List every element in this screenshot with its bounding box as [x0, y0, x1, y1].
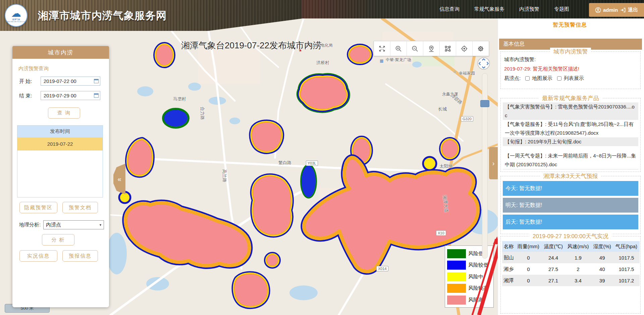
forecast-day3-text: 后天: 暂无数据!	[505, 219, 542, 226]
nav-waterlogging-warning[interactable]: 内涝预警	[519, 6, 539, 12]
nav-thematic-map[interactable]: 专题图	[554, 6, 569, 12]
draw-polygon-icon[interactable]	[440, 41, 456, 56]
start-date-input[interactable]	[41, 77, 100, 86]
user-name[interactable]: admin	[603, 7, 618, 13]
map-label: 幸福家园	[459, 71, 475, 76]
map-label: 繁白路	[278, 160, 291, 166]
zoom-out-icon[interactable]	[407, 41, 423, 56]
cell: 40	[591, 263, 613, 275]
list-display-checkbox[interactable]	[557, 76, 561, 81]
forecast-section-legend: 湘潭未来3天天气预报	[540, 172, 601, 180]
chevron-right-icon: ›	[492, 160, 495, 167]
col-humidity: 湿度(%)	[591, 241, 613, 252]
product-item[interactable]: 【气象专题服务】: 受11号台风“白鹿”影响,25日晚~2...日有一次中等强度…	[503, 120, 638, 137]
logout-button[interactable]: 退出	[628, 7, 638, 13]
col-pressure: 气压(hpa)	[613, 241, 640, 252]
forecast-today-text: 今天: 暂无数据!	[505, 185, 542, 192]
end-date-wrap	[41, 91, 100, 100]
end-date-input[interactable]	[41, 91, 100, 100]
table-row: 韶山 0 24.4 1.9 49 1017.5	[502, 252, 640, 263]
products-section: 最新常规气象服务产品 【气象灾害预警信号】: 雷电黄色预警信号201907033…	[500, 98, 641, 172]
end-date-label: 结 束:	[19, 93, 32, 99]
col-wind: 风速(m/s)	[565, 241, 591, 252]
live-weather-legend: 2019-09-27 19:00:00天气实况	[529, 232, 612, 240]
home-icon: ⌂	[453, 69, 456, 74]
red-arrow-annotation	[463, 235, 500, 315]
map-label: 洪桥村	[316, 60, 329, 66]
products-section-legend: 最新常规气象服务产品	[539, 94, 602, 102]
risk-zones	[120, 45, 478, 306]
building-icon: ▦	[380, 58, 383, 63]
user-box: admin 退出	[589, 3, 644, 17]
analyze-button[interactable]: 分 析	[42, 234, 74, 245]
product-item[interactable]: 【气象灾害预警信号】: 雷电黄色预警信号2019070336....oc	[503, 102, 638, 120]
locate-marker-icon[interactable]	[423, 41, 440, 56]
cloud-logo-icon: ☁	[11, 8, 21, 18]
forecast-tomorrow-bar: 明天: 暂无数据!	[503, 198, 638, 213]
warning-doc-button[interactable]: 预警文档	[62, 202, 98, 213]
waterlogging-query-panel: 城市内涝 内涝预警查询 开 始: 结 束: 查 询 发布时间 2019-07-2…	[12, 46, 109, 307]
start-date-label: 开 始:	[19, 78, 32, 85]
road-badge: X10	[436, 230, 446, 236]
live-info-button[interactable]: 实况信息	[19, 250, 57, 262]
cell: 27.1	[542, 275, 565, 286]
forecast-info-button[interactable]: 预报信息	[62, 250, 98, 262]
calendar-icon[interactable]	[94, 93, 99, 98]
live-weather-section: 2019-09-27 19:00:00天气实况 名称 雨量(mm) 温度(℃) …	[500, 236, 641, 314]
product-item[interactable]: 【一周天气专题】: 未来一周前晴后雨，4~8日为一段降...集中期 (20190…	[503, 151, 638, 169]
site-title: 湘潭市城市内涝气象服务网	[38, 9, 167, 23]
table-row: 湘潭 0 27.1 3.4 39 1017.2	[502, 275, 640, 286]
map-label: 中辇·聚龙广场	[386, 57, 411, 63]
product-item[interactable]: 【旬报】: 2019年9月上旬旬报.doc	[503, 137, 638, 146]
cell: 0	[515, 252, 542, 263]
calendar-icon[interactable]	[94, 79, 99, 83]
zoom-in-icon[interactable]	[390, 41, 407, 56]
live-weather-table: 名称 雨量(mm) 温度(℃) 风速(m/s) 湿度(%) 气压(hpa) 韶山…	[502, 241, 640, 286]
fullscreen-icon[interactable]	[374, 41, 390, 56]
query-button[interactable]: 查 询	[48, 107, 80, 119]
products-gap	[503, 146, 638, 151]
product-item[interactable]: 【一周逐日滚动预报】: 2019-06-18.doc	[503, 169, 638, 170]
map-pan-control[interactable]	[477, 57, 490, 70]
collapse-right-panel-tab[interactable]: ›	[489, 147, 498, 179]
col-name: 名称	[502, 241, 515, 252]
cell: 3.4	[565, 275, 591, 286]
road-badge: Y03L	[306, 161, 318, 166]
start-date-wrap	[41, 77, 100, 86]
publish-time-table: 发布时间 2019-07-22	[17, 125, 103, 197]
map-bulletin-title: 湘潭气象台2019-07-22发布城市内涝	[181, 40, 322, 51]
settings-gear-icon[interactable]	[473, 41, 489, 56]
map-display-checkbox[interactable]	[525, 76, 530, 81]
target-icon[interactable]	[456, 41, 473, 56]
hide-warning-zone-button[interactable]: 隐藏预警区	[19, 202, 57, 213]
cell: 2	[565, 263, 591, 275]
map-label: 太阳坳	[439, 163, 452, 169]
forecast-section: 湘潭未来3天天气预报 今天: 暂无数据! 明天: 暂无数据! 后天: 暂无数据!	[500, 176, 641, 234]
warning-line2: 2019-07-29: 暂无相关预警区描述!	[504, 66, 579, 72]
logout-icon	[620, 7, 626, 13]
map-label: 马垄村	[173, 96, 186, 102]
list-display-label: 列表展示	[564, 75, 584, 81]
forecast-tomorrow-text: 明天: 暂无数据!	[505, 202, 542, 209]
warning-line1: 城市内涝预警:	[504, 56, 536, 63]
logo-text-en: XIANGTAN METEOROLOGY	[6, 21, 27, 23]
products-list: 【气象灾害预警信号】: 雷电黄色预警信号2019070336....oc 【气象…	[503, 102, 638, 170]
publish-time-row-selected[interactable]: 2019-07-22	[17, 137, 103, 150]
forecast-today-bar: 今天: 暂无数据!	[503, 181, 638, 196]
cell: 1017.5	[613, 263, 640, 275]
cell: 0	[515, 263, 542, 275]
warning-section: 城市内涝预警 城市内涝预警: 2019-07-29: 暂无相关预警区描述! 易涝…	[500, 51, 641, 89]
forecast-day3-bar: 后天: 暂无数据!	[503, 215, 638, 229]
nav-info-query[interactable]: 信息查询	[439, 6, 460, 12]
geo-analysis-select[interactable]: 内涝点 ▼	[43, 220, 104, 229]
table-header-row: 名称 雨量(mm) 温度(℃) 风速(m/s) 湿度(%) 气压(hpa)	[502, 241, 640, 252]
nav-regular-weather-service[interactable]: 常规气象服务	[474, 6, 504, 12]
app-window: 马垄村 洪桥村 中铁武汉电化局 中辇·聚龙广场 幸福家园 永鑫大厦 长城 繁白路…	[0, 0, 644, 315]
cell: 1.9	[565, 252, 591, 263]
map-display-label: 地图展示	[532, 75, 552, 81]
map-zoom-slider-handle[interactable]	[480, 100, 489, 107]
cell: 1017.5	[613, 252, 640, 263]
cell: 0	[515, 275, 542, 286]
query-section-label: 内涝预警查询	[18, 65, 49, 72]
warning-marquee: 暂无预警信息	[553, 21, 587, 29]
